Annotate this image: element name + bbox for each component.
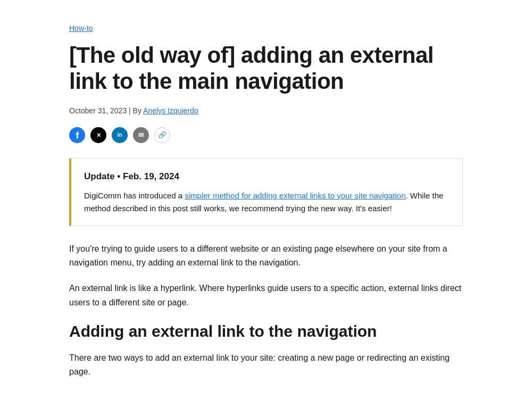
x-share-button[interactable]: ✕: [90, 127, 106, 143]
meta-separator: | By: [127, 106, 143, 115]
email-share-button[interactable]: ✉: [133, 127, 149, 143]
x-icon: ✕: [96, 131, 101, 140]
linkedin-icon: in: [118, 131, 122, 139]
email-icon: ✉: [138, 130, 144, 140]
section-paragraph-1: There are two ways to add an external li…: [69, 351, 463, 379]
linkedin-share-button[interactable]: in: [112, 127, 128, 143]
page-container: How-to [The old way of] adding an extern…: [59, 0, 473, 399]
link-icon: 🔗: [158, 130, 167, 141]
paragraph-2: An external link is like a hyperlink. Wh…: [69, 281, 463, 310]
page-title: [The old way of] adding an external link…: [69, 43, 463, 94]
facebook-share-button[interactable]: [69, 127, 85, 143]
update-text-before-link: DigiComm has introduced a: [84, 191, 185, 200]
share-bar: ✕ in ✉ 🔗: [69, 127, 463, 143]
paragraph-1: If you're trying to guide users to a dif…: [69, 242, 463, 270]
article-meta: October 31, 2023 | By Anelys Izquierdo: [69, 105, 463, 117]
update-box-body: DigiComm has introduced a simpler method…: [84, 189, 450, 215]
update-box-link[interactable]: simpler method for adding external links…: [185, 191, 405, 200]
update-box-title: Update • Feb. 19, 2024: [84, 169, 450, 184]
breadcrumb[interactable]: How-to: [69, 22, 93, 34]
update-box: Update • Feb. 19, 2024 DigiComm has intr…: [69, 158, 463, 226]
section-heading: Adding an external link to the navigatio…: [69, 321, 463, 342]
author-link[interactable]: Anelys Izquierdo: [143, 106, 198, 115]
article-body: If you're trying to guide users to a dif…: [69, 242, 463, 379]
copy-link-button[interactable]: 🔗: [154, 127, 170, 143]
article-date: October 31, 2023: [69, 106, 127, 115]
